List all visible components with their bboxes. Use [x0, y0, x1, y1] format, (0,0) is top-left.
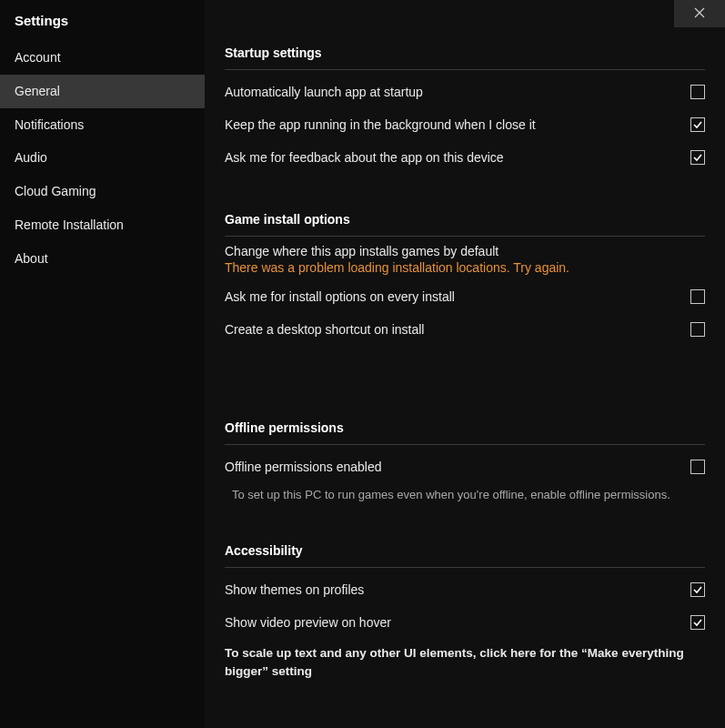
- sidebar-item-remote-installation[interactable]: Remote Installation: [0, 208, 205, 242]
- sidebar-item-about[interactable]: About: [0, 242, 205, 276]
- settings-main: Startup settings Automatically launch ap…: [205, 0, 725, 728]
- install-location-error[interactable]: There was a problem loading installation…: [225, 260, 705, 280]
- section-heading-offline: Offline permissions: [225, 420, 705, 445]
- setting-row-launch-at-startup: Automatically launch app at startup: [225, 76, 705, 108]
- checkbox-offline-enabled[interactable]: [690, 460, 705, 474]
- sidebar-items: Account General Notifications Audio Clou…: [0, 41, 205, 276]
- setting-label: Ask me for feedback about the app on thi…: [225, 150, 690, 165]
- section-offline: Offline permissions Offline permissions …: [225, 420, 705, 505]
- spacer: [225, 346, 705, 382]
- setting-label: Change where this app installs games by …: [225, 244, 705, 258]
- setting-row-ask-install-options: Ask me for install options on every inst…: [225, 280, 705, 313]
- sidebar-item-label: About: [15, 251, 48, 266]
- setting-row-run-in-background: Keep the app running in the background w…: [225, 108, 705, 141]
- section-startup: Startup settings Automatically launch ap…: [225, 46, 705, 174]
- settings-title: Settings: [0, 0, 205, 41]
- sidebar-item-label: Notifications: [15, 117, 84, 132]
- setting-row-change-install-location: Change where this app installs games by …: [225, 242, 705, 260]
- accessibility-scale-link[interactable]: To scale up text and any other UI elemen…: [225, 639, 705, 685]
- settings-sidebar: Settings Account General Notifications A…: [0, 0, 205, 728]
- checkbox-video-preview[interactable]: [690, 615, 705, 630]
- setting-row-show-themes: Show themes on profiles: [225, 573, 705, 606]
- close-icon: [694, 6, 705, 21]
- sidebar-item-audio[interactable]: Audio: [0, 141, 205, 175]
- setting-row-ask-feedback: Ask me for feedback about the app on thi…: [225, 141, 705, 174]
- section-heading-accessibility: Accessibility: [225, 543, 705, 568]
- checkbox-launch-at-startup[interactable]: [690, 85, 705, 99]
- close-button[interactable]: [674, 0, 725, 27]
- sidebar-item-label: Remote Installation: [15, 217, 124, 232]
- setting-label: Show themes on profiles: [225, 582, 690, 597]
- sidebar-item-label: Account: [15, 50, 61, 65]
- setting-label: Offline permissions enabled: [225, 460, 690, 474]
- setting-label: Keep the app running in the background w…: [225, 117, 690, 132]
- sidebar-item-account[interactable]: Account: [0, 41, 205, 75]
- offline-hint: To set up this PC to run games even when…: [225, 483, 705, 505]
- section-accessibility: Accessibility Show themes on profiles Sh…: [225, 543, 705, 685]
- setting-label: Ask me for install options on every inst…: [225, 289, 690, 304]
- checkbox-run-in-background[interactable]: [690, 117, 705, 132]
- sidebar-item-notifications[interactable]: Notifications: [0, 108, 205, 142]
- setting-row-desktop-shortcut: Create a desktop shortcut on install: [225, 313, 705, 346]
- setting-row-offline-enabled: Offline permissions enabled: [225, 450, 705, 483]
- section-heading-install: Game install options: [225, 212, 705, 237]
- sidebar-item-label: Audio: [15, 150, 47, 165]
- sidebar-item-label: General: [15, 84, 60, 98]
- sidebar-item-label: Cloud Gaming: [15, 184, 96, 198]
- setting-label: Create a desktop shortcut on install: [225, 322, 690, 337]
- checkbox-show-themes[interactable]: [690, 582, 705, 597]
- checkbox-ask-feedback[interactable]: [690, 150, 705, 165]
- section-install: Game install options Change where this a…: [225, 212, 705, 346]
- checkbox-desktop-shortcut[interactable]: [690, 322, 705, 337]
- section-heading-startup: Startup settings: [225, 46, 705, 70]
- sidebar-item-cloud-gaming[interactable]: Cloud Gaming: [0, 175, 205, 208]
- setting-row-video-preview: Show video preview on hover: [225, 606, 705, 639]
- setting-label: Automatically launch app at startup: [225, 85, 690, 99]
- sidebar-item-general[interactable]: General: [0, 75, 205, 108]
- checkbox-ask-install-options[interactable]: [690, 289, 705, 304]
- setting-label: Show video preview on hover: [225, 615, 690, 630]
